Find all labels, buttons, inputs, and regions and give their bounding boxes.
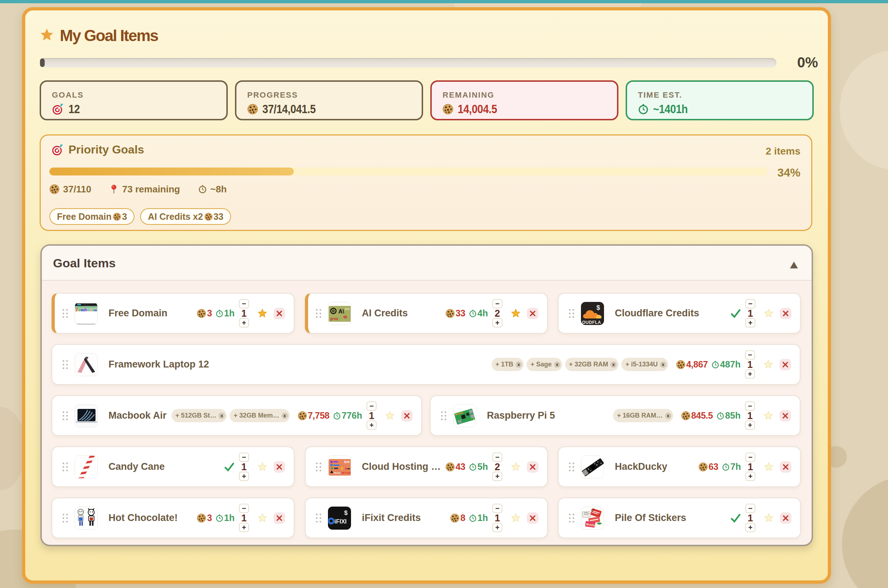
svg-text:$: $ xyxy=(344,510,348,516)
svg-text:OUDFLA: OUDFLA xyxy=(582,320,601,325)
svg-text:groq: groq xyxy=(330,317,338,321)
svg-text:A\: A\ xyxy=(338,308,345,315)
svg-text:$10: $10 xyxy=(345,308,350,310)
svg-text:iFIXI: iFIXI xyxy=(334,519,347,525)
svg-text:HETZNER: HETZNER xyxy=(340,471,351,474)
svg-text:Zombo.com: Zombo.com xyxy=(75,307,97,312)
svg-text:$10: $10 xyxy=(344,460,350,464)
svg-text:$: $ xyxy=(597,304,600,311)
